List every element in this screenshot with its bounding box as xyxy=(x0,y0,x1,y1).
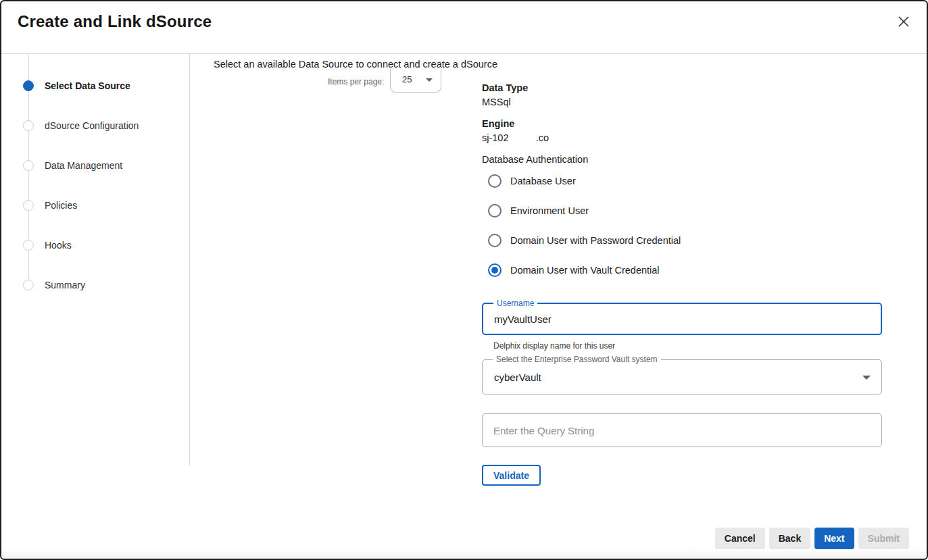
close-button[interactable] xyxy=(894,12,913,31)
step-label: Select Data Source xyxy=(45,80,130,91)
step-active-dot-icon xyxy=(23,80,34,91)
bottom-shadow xyxy=(1,548,927,559)
chevron-down-icon xyxy=(862,376,871,380)
username-input[interactable] xyxy=(483,304,881,334)
radio-domain-user-password-credential[interactable]: Domain User with Password Credential xyxy=(488,234,681,247)
step-dot-icon xyxy=(23,120,34,131)
items-per-page-value: 25 xyxy=(402,74,412,84)
stepper-step-data-management[interactable]: Data Management xyxy=(23,159,122,172)
stepper-step-summary[interactable]: Summary xyxy=(23,279,85,291)
radio-label[interactable]: Database User xyxy=(510,176,576,186)
page-title: Create and Link dSource xyxy=(18,12,212,31)
step-label: Data Management xyxy=(45,160,122,171)
back-button[interactable]: Back xyxy=(769,528,810,549)
data-type-value: MSSql xyxy=(482,97,511,107)
radio-database-user[interactable]: Database User xyxy=(488,174,576,188)
username-helper-text: Delphix display name for this user xyxy=(493,341,615,351)
username-field: Username xyxy=(482,303,882,335)
radio-label[interactable]: Environment User xyxy=(510,205,589,216)
next-button[interactable]: Next xyxy=(814,528,854,549)
footer-actions: Cancel Back Next Submit xyxy=(715,528,909,549)
vault-system-select-label: Select the Enterprise Password Vault sys… xyxy=(493,355,661,364)
stepper-step-select-data-source[interactable]: Select Data Source xyxy=(23,80,130,92)
radio-environment-user[interactable]: Environment User xyxy=(488,204,589,218)
step-dot-icon xyxy=(23,280,34,290)
stepper-step-policies[interactable]: Policies xyxy=(23,199,77,211)
radio-unselected-icon[interactable] xyxy=(488,174,502,188)
validate-button[interactable]: Validate xyxy=(482,465,541,486)
database-authentication-label: Database Authentication xyxy=(482,154,588,165)
query-string-field xyxy=(482,413,882,447)
header-divider xyxy=(1,53,927,54)
step-label: dSource Configuration xyxy=(45,120,139,131)
radio-dot xyxy=(491,267,498,274)
step-label: Summary xyxy=(45,280,85,290)
step-dot-icon xyxy=(23,160,34,171)
radio-unselected-icon[interactable] xyxy=(488,204,502,218)
radio-label[interactable]: Domain User with Password Credential xyxy=(510,235,681,246)
items-per-page-select[interactable]: 25 xyxy=(390,69,441,93)
engine-label: Engine xyxy=(482,118,514,129)
cancel-button[interactable]: Cancel xyxy=(715,528,765,549)
step-label: Hooks xyxy=(45,240,72,251)
create-and-link-dsource-dialog: Create and Link dSource Select Data Sour… xyxy=(0,0,928,560)
step-dot-icon xyxy=(23,200,34,211)
items-per-page-label: Items per page: xyxy=(328,77,384,86)
vault-system-select-value: cyberVault xyxy=(494,372,541,383)
close-icon xyxy=(897,15,910,28)
stepper-step-hooks[interactable]: Hooks xyxy=(23,239,72,251)
content-header: Select an available Data Source to conne… xyxy=(214,59,497,70)
submit-button[interactable]: Submit xyxy=(858,528,909,549)
step-dot-icon xyxy=(23,240,34,251)
sidebar-divider xyxy=(189,54,190,465)
radio-label[interactable]: Domain User with Vault Credential xyxy=(510,265,660,276)
engine-value: sj-102 .co xyxy=(482,132,549,143)
data-type-label: Data Type xyxy=(482,82,528,93)
radio-domain-user-vault-credential[interactable]: Domain User with Vault Credential xyxy=(488,263,660,277)
radio-unselected-icon[interactable] xyxy=(488,234,502,247)
vault-system-select[interactable]: Select the Enterprise Password Vault sys… xyxy=(482,359,882,394)
chevron-down-icon xyxy=(426,78,433,82)
radio-selected-icon[interactable] xyxy=(488,263,502,277)
query-string-input[interactable] xyxy=(483,414,881,447)
stepper-step-dsource-configuration[interactable]: dSource Configuration xyxy=(23,120,139,132)
step-label: Policies xyxy=(45,200,77,211)
